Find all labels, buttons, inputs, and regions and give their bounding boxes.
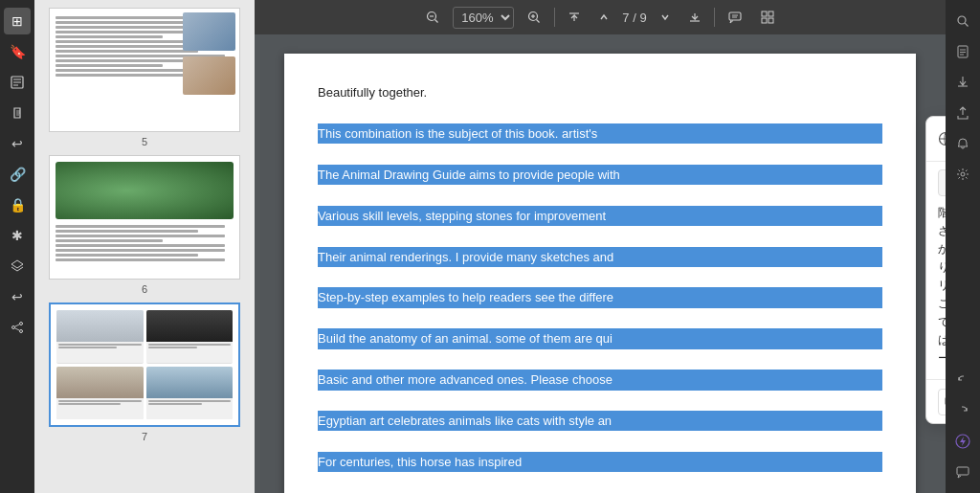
thumbnail-card-5[interactable] (49, 8, 240, 132)
svg-point-10 (20, 330, 23, 333)
source-text-select[interactable]: This combination is the subject of this … (938, 169, 946, 196)
page-text: Beautifully together. This combination i… (318, 82, 882, 493)
popup-header: 翻訳します。 日本語 - 日本語 (926, 117, 946, 162)
svg-line-19 (537, 20, 540, 23)
sidebar-icon-bookmark[interactable]: 🔖 (4, 38, 31, 65)
svg-line-36 (965, 23, 968, 26)
zoom-in-button[interactable] (522, 7, 546, 28)
highlighted-line-4: Step-by-step examples to help readers se… (318, 287, 882, 307)
right-icon-notification[interactable] (949, 130, 976, 157)
comment-button[interactable] (723, 7, 747, 28)
svg-rect-37 (958, 46, 968, 57)
title-line: Beautifully together. (318, 82, 882, 102)
layout-button[interactable] (755, 7, 780, 28)
right-icon-redo[interactable] (949, 397, 976, 424)
thumbnail-page-7[interactable]: 7 (42, 303, 247, 442)
highlighted-line-1: The Animal Drawing Guide aims to provide… (318, 165, 882, 185)
popup-footer: コピー 再生する (926, 379, 946, 423)
page-separator: / (633, 11, 636, 25)
sidebar-icon-edit[interactable] (4, 69, 31, 96)
right-icon-search[interactable] (949, 8, 976, 34)
translate-icon (938, 131, 946, 146)
zoom-display: 160% 100% 150% 200% (453, 7, 514, 29)
svg-point-41 (961, 172, 965, 176)
sidebar-icon-clipboard[interactable] (4, 100, 31, 126)
highlighted-line-5: Build the anatomy of an animal. some of … (318, 328, 882, 348)
thumb-cell-rabbit (56, 310, 144, 364)
thumbnail-page-5[interactable]: 5 (42, 8, 247, 147)
zoom-out-button[interactable] (420, 7, 445, 28)
svg-rect-22 (729, 12, 741, 20)
left-sidebar: ⊞ 🔖 ↩ 🔗 🔒 ✱ ↩ (0, 0, 34, 493)
svg-rect-26 (768, 11, 773, 16)
sidebar-icon-link[interactable]: 🔗 (4, 161, 31, 188)
page-indicator: 7 / 9 (622, 11, 646, 25)
pdf-page: Beautifully together. This combination i… (284, 54, 916, 493)
highlighted-line-6: Basic and other more advanced ones. Plea… (318, 370, 882, 390)
highlighted-line-2: Various skill levels, stepping stones fo… (318, 206, 882, 226)
sidebar-icon-layers[interactable] (4, 253, 31, 280)
nav-top-button[interactable] (563, 8, 586, 27)
sidebar-icon-star[interactable]: ✱ (4, 222, 31, 249)
svg-line-11 (15, 325, 20, 326)
zoom-select[interactable]: 160% 100% 150% 200% (453, 7, 514, 29)
toolbar: 160% 100% 150% 200% (255, 0, 946, 34)
sidebar-icon-lock[interactable]: 🔒 (4, 191, 31, 218)
right-icon-upload[interactable] (949, 100, 976, 126)
thumb-cell-dark (146, 310, 234, 364)
svg-marker-7 (11, 260, 23, 268)
sidebar-icon-arrow[interactable]: ↩ (4, 283, 31, 310)
right-icon-undo[interactable] (949, 367, 976, 393)
nav-prev-button[interactable] (593, 9, 614, 26)
pdf-viewport: Beautifully together. This combination i… (255, 34, 946, 493)
svg-rect-27 (762, 18, 767, 23)
right-icon-comment[interactable] (949, 459, 976, 485)
svg-rect-44 (957, 467, 969, 475)
nav-bottom-button[interactable] (683, 8, 706, 27)
highlighted-line-0: This combination is the subject of this … (318, 123, 882, 144)
toolbar-separator-2 (714, 8, 715, 27)
thumb-cell-4 (146, 367, 234, 420)
right-icon-lightning[interactable] (949, 428, 976, 455)
thumbnail-num-6: 6 (142, 283, 147, 295)
thumbnail-card-6[interactable] (49, 155, 240, 280)
translation-popup: 翻訳します。 日本語 - 日本語 This combination is the… (925, 116, 946, 424)
page-total: 9 (639, 11, 646, 25)
svg-line-12 (15, 328, 20, 330)
thumbnail-card-7[interactable] (49, 303, 240, 427)
thumb-cell-3 (56, 367, 144, 420)
sidebar-icon-share[interactable] (4, 314, 31, 341)
thumbnail-panel: 5 6 (34, 0, 255, 493)
svg-point-35 (958, 16, 966, 24)
svg-rect-28 (768, 18, 773, 23)
svg-rect-25 (762, 11, 767, 16)
right-icon-settings[interactable] (949, 161, 976, 188)
sidebar-icon-grid[interactable]: ⊞ (4, 8, 31, 34)
svg-point-8 (20, 323, 23, 325)
thumbnail-page-6[interactable]: 6 (42, 155, 247, 295)
translated-text: 階的な例を提供し、読者が動物の解剖学を構築するさまざまな方法を見る手助けをします… (938, 204, 946, 371)
feedback-icon-button[interactable] (938, 389, 946, 415)
right-icon-pdf[interactable] (949, 38, 976, 65)
right-sidebar (946, 0, 980, 493)
toolbar-separator-1 (554, 8, 555, 27)
highlighted-line-8: For centuries, this horse has inspired (318, 452, 882, 472)
highlighted-line-7: Egyptian art celebrates animals like cat… (318, 411, 882, 431)
nav-next-button[interactable] (655, 9, 676, 26)
svg-point-9 (12, 326, 15, 329)
sidebar-icon-undo[interactable]: ↩ (4, 130, 31, 157)
highlighted-line-3: Their animal renderings. I provide many … (318, 247, 882, 267)
thumbnail-num-7: 7 (142, 431, 147, 442)
svg-line-15 (435, 20, 438, 23)
main-area: 160% 100% 150% 200% (255, 0, 946, 493)
page-current: 7 (622, 11, 629, 25)
svg-marker-43 (960, 437, 966, 446)
right-icon-download[interactable] (949, 69, 976, 96)
thumbnail-num-5: 5 (142, 136, 147, 147)
